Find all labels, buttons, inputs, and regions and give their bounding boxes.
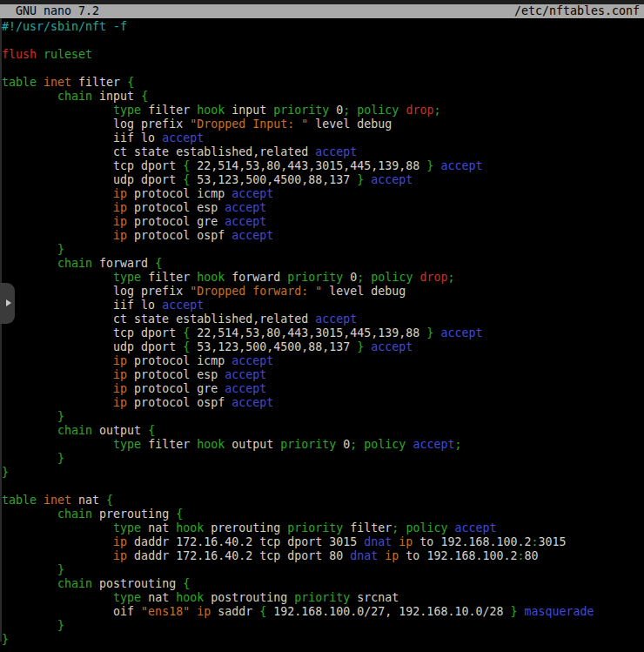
code-line: ct state established,related accept bbox=[2, 145, 644, 159]
code-token: ip bbox=[113, 187, 127, 200]
code-token: "Dropped Input: " bbox=[190, 118, 308, 131]
code-line: iif lo accept bbox=[2, 131, 644, 145]
code-token: protocol gre bbox=[127, 215, 225, 228]
code-token: protocol gre bbox=[127, 382, 225, 395]
code-token: protocol esp bbox=[127, 201, 225, 214]
code-token bbox=[37, 48, 44, 61]
code-token: filter bbox=[71, 76, 127, 89]
code-token bbox=[2, 104, 113, 117]
code-token: ip bbox=[113, 535, 127, 548]
code-token: iif lo bbox=[2, 131, 162, 145]
code-token: protocol ospf bbox=[127, 229, 231, 242]
code-token: "Dropped forward: " bbox=[190, 285, 322, 298]
code-token bbox=[2, 591, 113, 604]
code-token bbox=[37, 494, 44, 507]
code-token: protocol esp bbox=[127, 368, 225, 381]
code-token: table bbox=[2, 494, 37, 507]
code-token: accept bbox=[454, 521, 496, 534]
code-token: postrouting bbox=[204, 591, 294, 604]
code-token: filter bbox=[343, 521, 392, 534]
code-line bbox=[2, 34, 644, 48]
code-token: 0 bbox=[343, 271, 357, 284]
code-token: priority bbox=[280, 438, 336, 451]
code-token: policy bbox=[371, 271, 413, 284]
code-token: level debug bbox=[308, 118, 392, 131]
code-token bbox=[2, 507, 57, 521]
code-token: input bbox=[225, 104, 273, 117]
code-token bbox=[2, 229, 113, 242]
code-token bbox=[2, 271, 113, 284]
code-token: accept bbox=[225, 382, 266, 395]
code-token: drop bbox=[419, 271, 447, 284]
code-token: srcnat bbox=[350, 591, 399, 604]
code-token: filter bbox=[141, 438, 197, 451]
code-token bbox=[2, 521, 113, 534]
code-line: ip protocol gre accept bbox=[2, 215, 644, 229]
code-token: nat bbox=[141, 591, 176, 604]
file-path-label: /etc/nftables.conf bbox=[514, 4, 640, 18]
code-token: 80 bbox=[524, 549, 538, 562]
code-token: 3015 bbox=[538, 535, 566, 548]
code-line: ip protocol icmp accept bbox=[2, 354, 644, 368]
code-token: udp dport bbox=[2, 173, 183, 186]
chevron-right-icon bbox=[6, 299, 11, 306]
code-token: priority bbox=[287, 521, 343, 534]
code-line: chain postrouting { bbox=[2, 577, 644, 591]
code-token: filter bbox=[141, 271, 197, 284]
code-token: type bbox=[113, 104, 141, 117]
code-token: policy bbox=[357, 104, 399, 117]
code-token: nat bbox=[141, 521, 176, 534]
code-token: ; bbox=[447, 271, 454, 284]
code-token: priority bbox=[294, 591, 350, 604]
nano-titlebar: GNU nano 7.2 /etc/nftables.conf bbox=[0, 4, 644, 18]
code-token: { bbox=[183, 159, 190, 172]
code-token: udp dport bbox=[2, 340, 183, 353]
code-token: input bbox=[92, 90, 141, 103]
code-token: ip bbox=[113, 354, 127, 367]
code-token: drop bbox=[406, 104, 433, 117]
code-token bbox=[2, 452, 57, 465]
code-token: } bbox=[57, 410, 64, 423]
code-line: flush ruleset bbox=[2, 48, 644, 62]
editor-buffer[interactable]: #!/usr/sbin/nft -fflush rulesettable ine… bbox=[0, 18, 644, 652]
code-token: level debug bbox=[322, 285, 406, 298]
code-token: saddr bbox=[211, 605, 259, 618]
code-token: log prefix bbox=[2, 285, 190, 298]
code-token: to 192.168.100.2 bbox=[413, 535, 531, 548]
code-token bbox=[2, 382, 113, 395]
code-line: ip protocol esp accept bbox=[2, 368, 644, 382]
code-line: } bbox=[2, 410, 644, 424]
code-token: ; bbox=[433, 104, 440, 117]
code-line: } bbox=[2, 619, 644, 633]
side-panel-toggle[interactable] bbox=[0, 283, 15, 324]
code-token: accept bbox=[371, 173, 413, 186]
code-token: { bbox=[183, 577, 190, 590]
code-token bbox=[2, 354, 113, 367]
code-token: { bbox=[106, 494, 113, 507]
code-token: chain bbox=[57, 90, 92, 103]
code-token: hook bbox=[197, 104, 225, 117]
code-token: hook bbox=[197, 438, 225, 451]
code-line: tcp dport { 22,514,53,80,443,3015,445,13… bbox=[2, 159, 644, 173]
code-token: 53,123,500,4500,88,137 bbox=[190, 340, 357, 353]
code-token: nat bbox=[71, 494, 106, 507]
code-line: chain input { bbox=[2, 90, 644, 104]
code-token: ip bbox=[113, 549, 127, 562]
code-line: log prefix "Dropped Input: " level debug bbox=[2, 118, 644, 131]
code-token: oif bbox=[2, 605, 141, 618]
code-token: hook bbox=[176, 521, 204, 534]
code-line: ip protocol gre accept bbox=[2, 382, 644, 396]
code-line: udp dport { 53,123,500,4500,88,137 } acc… bbox=[2, 173, 644, 187]
code-token: forward bbox=[225, 271, 287, 284]
code-token: postrouting bbox=[92, 577, 183, 590]
code-token: ip bbox=[197, 605, 211, 618]
code-line: } bbox=[2, 452, 644, 466]
code-token: flush bbox=[2, 48, 37, 61]
code-token: "ens18" bbox=[141, 605, 190, 618]
code-token: chain bbox=[57, 424, 92, 437]
code-token: ip bbox=[113, 229, 127, 242]
code-line: } bbox=[2, 466, 644, 480]
code-token bbox=[2, 187, 113, 200]
code-token: { bbox=[183, 326, 190, 339]
code-line: udp dport { 53,123,500,4500,88,137 } acc… bbox=[2, 340, 644, 354]
